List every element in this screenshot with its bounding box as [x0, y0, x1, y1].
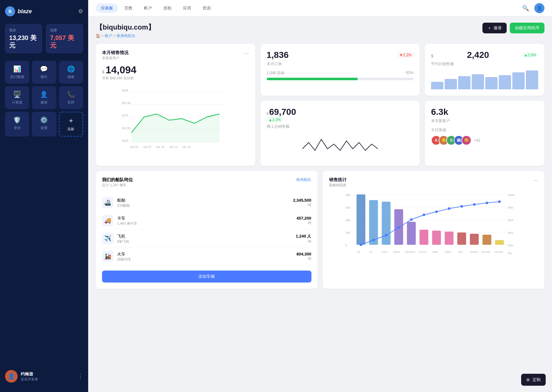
- monthly-big-value: 14,094: [105, 64, 136, 76]
- invite-button[interactable]: ＋ 邀请: [482, 23, 507, 33]
- svg-point-51: [448, 207, 450, 210]
- tab-pages[interactable]: 页数: [119, 3, 138, 13]
- fleet-count-ship: 234艘舰: [117, 203, 289, 208]
- sales-chart-container: 800 600 400 200 0 100% 80%: [329, 191, 538, 262]
- ship-icon: 🚢: [102, 197, 113, 208]
- customize-button[interactable]: ⚙ 定制: [521, 374, 546, 386]
- tab-resources[interactable]: 资源: [197, 3, 216, 13]
- user-info: 约翰逊 反应开发者: [21, 371, 74, 382]
- budget-value: 13,230 美元: [9, 34, 38, 49]
- progress-label: 1,048 目标: [267, 70, 285, 76]
- sidebar-item-stats[interactable]: 📊 统计数据: [5, 61, 29, 84]
- svg-text:40%: 40%: [508, 231, 513, 234]
- sidebar-item-media[interactable]: 👤 媒体: [32, 86, 56, 109]
- svg-text:800: 800: [345, 193, 350, 197]
- expense-label: 花费: [50, 28, 79, 33]
- fleet-name-truck: 卡车: [117, 216, 293, 221]
- settings-icon[interactable]: ⚙: [78, 8, 83, 15]
- logo-icon: B: [5, 6, 15, 16]
- fleet-count-truck: 1,460 辆卡车: [117, 221, 293, 226]
- svg-marker-10: [131, 114, 219, 142]
- svg-text:Apr 04: Apr 04: [130, 145, 138, 148]
- svg-text:China: China: [381, 250, 387, 253]
- create-app-button[interactable]: 创建应用程序: [510, 23, 544, 33]
- svg-text:200: 200: [345, 231, 350, 234]
- sidebar-item-calculator[interactable]: 🖥️ 计算器: [5, 86, 29, 109]
- sales-stats-title: 销售统计: [329, 177, 347, 183]
- fleet-title: 我们的船队吨位: [102, 177, 133, 183]
- svg-rect-43: [495, 240, 504, 245]
- orders-card: 1,836 ▼2.2% 本月订单 1,048 目标 62%: [260, 44, 420, 96]
- fleet-name-train: 火车: [117, 251, 293, 257]
- fleet-info-ship: 船舶 234艘舰: [117, 198, 289, 208]
- sales-bar-chart: 800 600 400 200 0 100% 80%: [329, 191, 538, 260]
- hero-count: +42: [474, 138, 480, 143]
- fleet-unit-train: 吨: [297, 256, 311, 261]
- progress-info: 1,048 目标 62%: [267, 70, 414, 76]
- sales-stats-more[interactable]: ···: [533, 177, 538, 184]
- bar-6: [499, 75, 511, 89]
- budget-card: 预算 13,230 美元: [5, 24, 42, 53]
- top-nav-right: 🔍 👤: [521, 3, 544, 13]
- monthly-sales-header: 本月销售情况 全渠道用户 ···: [102, 50, 249, 60]
- svg-point-44: [360, 244, 362, 246]
- svg-text:80%: 80%: [508, 206, 513, 209]
- sidebar-item-chat[interactable]: 💬 聊天: [32, 61, 56, 84]
- progress-fill: [267, 78, 358, 80]
- page-title: 【biqubiqu.com】: [96, 23, 155, 32]
- avg-sales-card: $ 2,420 ▲2.6% 平均日销售额: [425, 44, 544, 96]
- user-nav-avatar[interactable]: 👤: [534, 3, 544, 13]
- svg-rect-37: [419, 230, 428, 245]
- search-button[interactable]: 🔍: [521, 3, 531, 13]
- new-customers-label: 本月新客户: [431, 118, 538, 124]
- svg-text:Spain: Spain: [445, 250, 451, 253]
- tab-account[interactable]: 帐户: [139, 3, 157, 13]
- sales-stats-card: 销售统计 最畅销国家 ··· 800 600 400 200 0: [323, 171, 545, 289]
- sidebar-item-security[interactable]: 🛡️ 安全: [5, 112, 29, 137]
- view-fleet-link[interactable]: 检阅船队: [296, 177, 311, 182]
- tab-apps[interactable]: 应用: [178, 3, 196, 13]
- fleet-amount-plane: 1,240 人: [296, 233, 311, 239]
- fleet-amount-ship: 2,345,500: [293, 198, 311, 203]
- settings-label: 设置: [41, 126, 48, 130]
- sidebar-item-guide[interactable]: 🌐 指南: [59, 61, 83, 84]
- fleet-item-plane: ✈️ 飞机 8架飞机 1,240 人 吨: [102, 230, 311, 248]
- sales-stats-titles: 销售统计 最畅销国家: [329, 177, 347, 188]
- avg-sales-label: 平均日销售额: [431, 61, 538, 67]
- bar-1: [431, 82, 443, 89]
- fleet-amount-train: 804,300: [297, 252, 311, 256]
- sidebar-item-support[interactable]: 📞 支持: [59, 86, 83, 109]
- svg-text:Germany: Germany: [405, 250, 415, 253]
- total-sales-top: $ 69,700 ▲2.2%: [267, 107, 414, 123]
- svg-text:Apr 07: Apr 07: [143, 145, 151, 148]
- monthly-dollar: $: [102, 70, 104, 74]
- user-more-icon[interactable]: ⋮: [77, 373, 83, 380]
- breadcrumb-account[interactable]: 帐户: [105, 34, 112, 38]
- settings-nav-icon: ⚙️: [40, 116, 48, 124]
- logo-text: blaze: [18, 8, 32, 15]
- total-sales-card: $ 69,700 ▲2.2% 网上总销售额: [260, 101, 420, 166]
- svg-text:100%: 100%: [508, 193, 515, 197]
- stats-icon: 📊: [13, 65, 21, 73]
- svg-text:Apr 16: Apr 16: [182, 145, 191, 148]
- dollar-prefix: $: [431, 53, 433, 58]
- sidebar-item-add[interactable]: + 添新: [59, 112, 83, 137]
- fleet-value-truck: 457,200 吨: [297, 216, 311, 225]
- add-vehicle-button[interactable]: 添加车辆: [102, 271, 311, 283]
- support-icon: 📞: [67, 91, 75, 98]
- tab-auth[interactable]: 授权: [158, 3, 177, 13]
- content-area: 【biqubiqu.com】 🏠 > 帐户 > 奥弗维耶夫 ＋ 邀请 创建应用程…: [88, 16, 552, 392]
- progress-pct: 62%: [406, 70, 413, 76]
- bar-7: [512, 72, 525, 89]
- tab-dashboard[interactable]: 仪表板: [96, 3, 118, 13]
- svg-text:$24k: $24k: [122, 89, 128, 92]
- svg-rect-41: [470, 234, 479, 245]
- expense-card: 花费 7,057 美元: [46, 24, 83, 53]
- stats-label: 统计数据: [10, 75, 24, 79]
- hero-avatar-5: 😃: [461, 135, 471, 145]
- monthly-sales-more[interactable]: ···: [244, 50, 249, 57]
- sidebar-item-settings[interactable]: ⚙️ 设置: [32, 112, 56, 137]
- page-actions: ＋ 邀请 创建应用程序: [482, 23, 544, 33]
- svg-rect-42: [482, 235, 491, 245]
- svg-point-52: [460, 205, 463, 208]
